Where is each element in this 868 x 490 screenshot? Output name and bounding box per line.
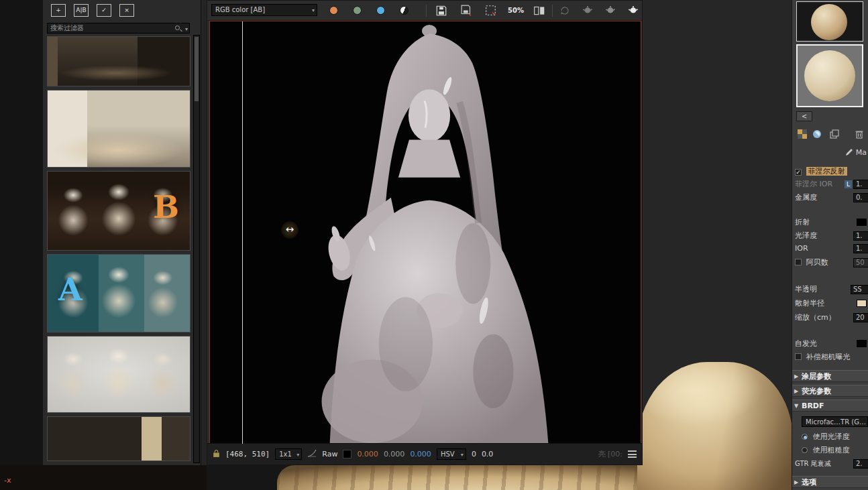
toolbar-separator (552, 5, 553, 17)
chevron-right-icon: ▶ (794, 371, 798, 382)
render-region-icon[interactable] (485, 5, 497, 17)
glossiness-row: 光泽度 1. (795, 231, 868, 241)
hsv-dropdown[interactable]: HSV ▾ (437, 448, 466, 460)
history-thumb-bedroom-partial[interactable] (47, 416, 191, 461)
lock-icon[interactable] (213, 449, 220, 460)
section-brdf-label: BRDF (802, 402, 824, 410)
trash-icon[interactable] (855, 129, 864, 139)
section-coat-params[interactable]: ▶ 涂层参数 (792, 370, 868, 382)
green-channel-swatch[interactable] (353, 6, 362, 15)
sampled-color-swatch (343, 450, 351, 458)
fresnel-checkbox[interactable]: ✓ (795, 169, 802, 176)
scale-cm-value[interactable]: 20 (853, 313, 868, 322)
save-image-icon[interactable] (435, 5, 447, 17)
history-search-input[interactable]: 搜索过滤器 ▾ (47, 23, 190, 34)
fresnel-ior-row: 菲涅尔 IOR L 1. (795, 179, 868, 190)
ab-compare-icon[interactable]: A|B (74, 4, 89, 17)
show-shaded-icon[interactable] (812, 129, 822, 139)
zoom-level-badge[interactable]: 50% (508, 5, 524, 17)
checker-background-icon[interactable] (798, 129, 807, 139)
history-thumb-statues-white[interactable] (47, 336, 191, 413)
enable-compare-icon[interactable]: ✓ (97, 4, 111, 17)
metalness-label: 金属度 (795, 193, 817, 202)
gtr-tail-falloff-value[interactable]: 2. (853, 459, 868, 469)
blue-channel-swatch[interactable] (376, 6, 385, 15)
render-teapot-icon[interactable] (627, 5, 639, 17)
scatter-radius-label: 散射半径 (795, 299, 824, 308)
section-options[interactable]: ▶ 选项 (792, 476, 868, 488)
abbe-value[interactable]: 50 (853, 258, 868, 267)
pixel-ratio-value: 1x1 (279, 450, 292, 458)
material-editor-panel: < Ma ✓ 菲涅尔反射 菲涅尔 IOR L 1. 金属度 0. (792, 0, 868, 490)
fresnel-label: 菲涅尔反射 (806, 167, 847, 176)
material-preview-slot-1[interactable] (796, 1, 863, 42)
material-preview-slot-2[interactable] (796, 44, 863, 107)
channel-dropdown[interactable]: RGB color [AB] ▾ (211, 4, 317, 16)
pixel-ratio-dropdown[interactable]: 1x1 ▾ (275, 448, 302, 460)
metalness-value[interactable]: 0. (853, 193, 868, 202)
mono-channel-swatch[interactable] (400, 6, 409, 15)
scatter-radius-swatch[interactable] (857, 300, 867, 307)
render-history-panel: + A|B ✓ × 搜索过滤器 ▾ B A (43, 0, 201, 465)
use-roughness-radio[interactable] (802, 447, 808, 453)
gtr-tail-falloff-row: GTR 尾衰减 2. (795, 458, 868, 469)
history-thumb-bedroom-light[interactable] (47, 90, 191, 168)
refraction-color-swatch[interactable] (857, 219, 867, 226)
section-brdf[interactable]: ▼ BRDF (792, 400, 868, 412)
camera-exposure-label: 补偿相机曝光 (806, 353, 851, 361)
translucency-label: 半透明 (795, 285, 817, 294)
abbe-row: 阿贝数 50 (795, 257, 868, 268)
red-channel-swatch[interactable] (329, 6, 338, 15)
vfb-toolbar: RGB color [AB] ▾ 50% (207, 1, 642, 21)
glossiness-value[interactable]: 1. (853, 231, 868, 241)
vfb-statusbar: [468, 510] 1x1 ▾ Raw 0.000 0.000 0.000 H… (207, 443, 642, 465)
section-sheen-label: 荧光参数 (802, 387, 831, 395)
ab-layout-icon[interactable] (533, 5, 545, 17)
ior-value[interactable]: 1. (853, 244, 868, 253)
render-view[interactable]: ↔ (209, 21, 641, 444)
chevron-down-icon: ▾ (185, 25, 188, 34)
clear-image-icon[interactable] (559, 5, 571, 17)
history-thumbnail-list: B A (43, 36, 193, 465)
render-history-teapot-icon[interactable] (582, 5, 594, 17)
glossiness-label: 光泽度 (795, 231, 817, 240)
fresnel-ior-value[interactable]: 1. (853, 180, 868, 189)
history-save-icon[interactable]: + (51, 4, 66, 17)
abbe-label: 阿贝数 (806, 258, 828, 267)
raw-label: Raw (322, 450, 337, 458)
chevron-right-icon: ▶ (794, 477, 798, 488)
preview-back-button[interactable]: < (796, 111, 812, 121)
display-correction-icon[interactable] (307, 449, 317, 459)
save-all-channels-icon[interactable] (461, 5, 473, 17)
history-thumb-statues-a[interactable]: A (47, 254, 191, 332)
history-thumb-statues-b[interactable]: B (47, 171, 191, 251)
material-name-row: Ma (795, 147, 868, 158)
brdf-type-dropdown[interactable]: Microfac…TR (G… (802, 416, 868, 427)
rt-render-teapot-icon[interactable] (604, 5, 616, 17)
section-sheen-params[interactable]: ▶ 荧光参数 (792, 385, 868, 397)
use-glossiness-radio[interactable] (802, 434, 808, 440)
fresnel-reflection-row: ✓ 菲涅尔反射 (795, 166, 868, 177)
abbe-checkbox[interactable] (795, 259, 802, 265)
layered-preview-icon[interactable] (830, 129, 839, 139)
lock-l-button[interactable]: L (845, 180, 852, 188)
history-scrollbar[interactable] (193, 35, 200, 463)
use-roughness-row: 使用粗糙度 (802, 445, 868, 456)
statue-render (252, 21, 600, 444)
history-thumb-bedroom-dark[interactable] (47, 36, 191, 86)
ab-compare-divider[interactable] (242, 21, 243, 444)
camera-exposure-checkbox[interactable] (795, 353, 802, 360)
saturation-value: 0.0 (482, 450, 494, 458)
self-illumination-swatch[interactable] (857, 340, 867, 347)
search-icon (175, 25, 180, 30)
scale-cm-row: 缩放（cm） 20 (795, 312, 868, 323)
statusbar-menu-icon[interactable] (628, 450, 637, 458)
material-name: Ma (856, 148, 867, 157)
translucency-dropdown[interactable]: SS (851, 285, 868, 294)
hsv-dropdown-value: HSV (441, 450, 455, 458)
hue-value: 0 (472, 450, 476, 458)
clear-history-icon[interactable]: × (119, 4, 134, 17)
mini-listener[interactable]: -x (0, 465, 207, 490)
use-roughness-label: 使用粗糙度 (813, 446, 850, 454)
pencil-icon[interactable] (845, 148, 853, 156)
